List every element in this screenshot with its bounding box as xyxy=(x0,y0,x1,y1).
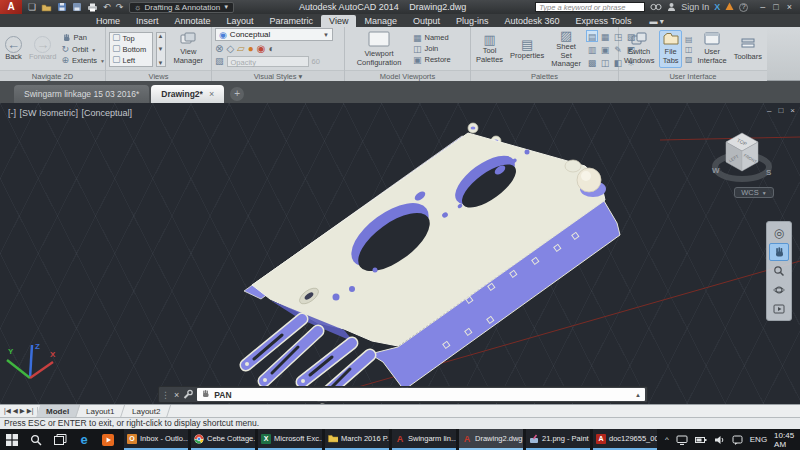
vs-shadow-icon[interactable]: ◐ xyxy=(269,43,275,54)
zoom-tool-icon[interactable] xyxy=(769,262,789,280)
tab-annotate[interactable]: Annotate xyxy=(167,15,219,27)
panel-label-palettes[interactable]: Palettes xyxy=(471,70,618,81)
named-viewports-button[interactable]: ▦Named xyxy=(413,33,451,43)
viewport-style-control[interactable]: [Conceptual] xyxy=(82,108,133,118)
sign-in-link[interactable]: Sign In xyxy=(681,2,709,12)
tile-vertical-icon[interactable]: ◫ xyxy=(685,45,693,54)
file-tab-drawing2[interactable]: Drawing2* × xyxy=(151,85,224,103)
tab-autodesk360[interactable]: Autodesk 360 xyxy=(497,15,568,27)
compass-south-label[interactable]: S xyxy=(766,168,772,177)
edge-icon[interactable]: e xyxy=(72,429,96,450)
taskbar-item-outlook[interactable]: O Inbox - Outlo... xyxy=(124,429,188,450)
steering-wheel-icon[interactable]: ◎ xyxy=(769,224,789,242)
vp-close-button[interactable]: × xyxy=(790,106,795,115)
undo-icon[interactable]: ↶ xyxy=(103,2,111,12)
taskbar-item-autocad-drawing2[interactable]: A Drawing2.dwg xyxy=(459,429,523,450)
toolbars-button[interactable]: Toolbars xyxy=(732,36,764,63)
palette-mini-icon[interactable]: ▣ xyxy=(599,43,611,55)
autodesk360-icon[interactable]: X xyxy=(714,2,720,12)
pan-tool-icon[interactable] xyxy=(769,243,789,261)
views-list[interactable]: ▢Top ▢Bottom ▢Left xyxy=(109,32,153,67)
view-item-top[interactable]: ▢Top xyxy=(110,33,152,44)
command-customize-icon[interactable] xyxy=(183,389,193,401)
tile-horizontal-icon[interactable]: ▤ xyxy=(685,35,693,44)
views-list-scrollbar[interactable]: ▲▼▼ xyxy=(156,32,166,67)
properties-button[interactable]: ▤ Properties xyxy=(508,37,546,62)
vs-texture-icon[interactable]: ▱ xyxy=(237,43,245,54)
panel-label-user-interface[interactable]: User Interface xyxy=(619,70,767,81)
view-item-left[interactable]: ▢Left xyxy=(110,55,152,66)
palette-mini-icon[interactable]: ◫ xyxy=(599,56,611,68)
orbit-button[interactable]: ↻ Orbit▼ xyxy=(62,45,106,55)
vp-minimize-button[interactable]: – xyxy=(767,106,771,115)
close-tab-icon[interactable]: × xyxy=(209,89,214,99)
open-file-icon[interactable] xyxy=(41,2,52,12)
language-indicator[interactable]: ENG xyxy=(750,435,767,444)
compass-west-label[interactable]: W xyxy=(712,166,720,175)
viewport-view-control[interactable]: [SW Isometric] xyxy=(20,108,79,118)
network-icon[interactable] xyxy=(676,435,688,445)
wcs-dropdown[interactable]: WCS▼ xyxy=(734,187,774,198)
view-manager-button[interactable]: View Manager xyxy=(169,31,208,66)
clock[interactable]: 10:45 AM xyxy=(774,431,794,449)
battery-icon[interactable] xyxy=(695,436,707,444)
tab-layout1[interactable]: Layout1 xyxy=(76,405,126,418)
search-binoculars-icon[interactable] xyxy=(650,2,662,13)
palette-mini-icon[interactable]: ▤ xyxy=(586,30,598,42)
save-icon[interactable] xyxy=(57,2,67,12)
media-app-icon[interactable] xyxy=(96,429,120,450)
command-input[interactable]: PAN ▲ xyxy=(197,388,645,401)
tab-view[interactable]: View xyxy=(321,15,356,27)
palette-mini-icon[interactable]: ▦ xyxy=(599,30,611,42)
help-icon[interactable]: ? xyxy=(739,3,748,12)
new-file-icon[interactable]: ❏ xyxy=(28,2,36,12)
search-input[interactable] xyxy=(535,2,645,12)
taskbar-item-paint[interactable]: 21.png - Paint xyxy=(526,429,590,450)
pan-button[interactable]: Pan xyxy=(62,33,106,44)
forward-button[interactable]: → Forward xyxy=(27,35,59,63)
tab-home[interactable]: Home xyxy=(88,15,128,27)
tab-output[interactable]: Output xyxy=(405,15,448,27)
save-as-icon[interactable] xyxy=(72,2,82,12)
exchange-apps-icon[interactable] xyxy=(725,2,734,13)
taskbar-item-excel[interactable]: X Microsoft Exc... xyxy=(258,429,322,450)
workspace-switcher[interactable]: ☼ Drafting & Annotation ▼ xyxy=(129,2,234,13)
cascade-icon[interactable]: ▨ xyxy=(685,55,693,64)
panel-label-navigate2d[interactable]: Navigate 2D xyxy=(0,70,105,81)
showmotion-icon[interactable] xyxy=(769,300,789,318)
panel-label-model-viewports[interactable]: Model Viewports xyxy=(345,70,470,81)
taskbar-search-icon[interactable] xyxy=(24,429,48,450)
tab-insert[interactable]: Insert xyxy=(128,15,167,27)
vs-facet-icon[interactable]: ◇ xyxy=(226,43,234,54)
back-button[interactable]: ← Back xyxy=(3,35,24,63)
tab-model[interactable]: Model xyxy=(36,405,80,418)
autocad-logo-icon[interactable]: A xyxy=(0,0,22,14)
tab-manage[interactable]: Manage xyxy=(356,15,405,27)
panel-label-visual-styles[interactable]: Visual Styles ▾ xyxy=(212,70,344,81)
taskbar-item-autocad-swingarm[interactable]: A Swingarm lin... xyxy=(392,429,456,450)
task-view-icon[interactable] xyxy=(48,429,72,450)
command-history-icon[interactable]: ▲ xyxy=(635,392,641,398)
close-button[interactable]: × xyxy=(787,2,792,12)
command-line[interactable]: ⋮ × PAN ▲ xyxy=(158,386,648,403)
start-button[interactable] xyxy=(0,429,24,450)
sheet-set-manager-button[interactable]: ▨ Sheet Set Manager xyxy=(549,28,583,70)
taskbar-item-pdf[interactable]: A doc129655_00... xyxy=(593,429,657,450)
speaker-icon[interactable] xyxy=(714,435,725,445)
extents-button[interactable]: ⊕ Extents▼ xyxy=(62,56,106,66)
taskbar-item-folder[interactable]: March 2016 P... xyxy=(325,429,389,450)
restore-viewports-button[interactable]: ▣Restore xyxy=(413,55,451,65)
visual-style-dropdown[interactable]: ◉ Conceptual ▼ xyxy=(215,28,333,41)
opacity-field[interactable]: Opacity xyxy=(227,56,309,67)
orbit-tool-icon[interactable] xyxy=(769,281,789,299)
tab-plugins[interactable]: Plug-ins xyxy=(448,15,497,27)
swingarm-3d-model[interactable] xyxy=(0,103,800,404)
layout-tab-nav[interactable]: |◀◀▶▶| xyxy=(0,407,38,415)
command-close-icon[interactable]: × xyxy=(174,390,179,400)
join-viewports-button[interactable]: ◫Join xyxy=(413,44,451,54)
tab-layout[interactable]: Layout xyxy=(219,15,262,27)
sign-in-user-icon[interactable] xyxy=(667,2,676,13)
ribbon-minimize-icon[interactable]: ▬ ▾ xyxy=(649,17,663,27)
taskbar-item-chrome[interactable]: Cebe Cottage... xyxy=(191,429,255,450)
panel-label-views[interactable]: Views xyxy=(106,70,211,81)
